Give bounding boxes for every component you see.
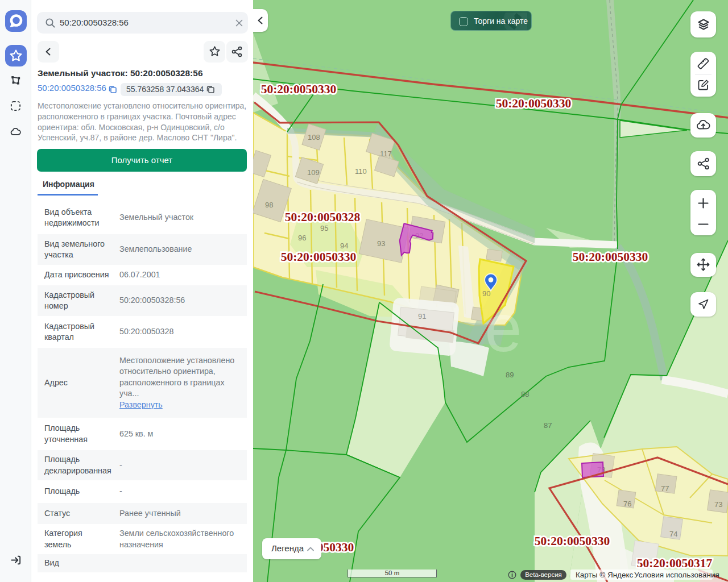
svg-text:110: 110: [355, 167, 367, 176]
svg-text:93: 93: [377, 239, 385, 248]
svg-text:90: 90: [482, 289, 490, 298]
svg-text:e: e: [485, 290, 522, 365]
svg-text:76: 76: [623, 500, 631, 508]
svg-text:96: 96: [298, 234, 306, 242]
svg-text:109: 109: [307, 168, 320, 177]
svg-text:50:20:0050317: 50:20:0050317: [637, 556, 713, 570]
svg-text:98: 98: [265, 201, 273, 209]
svg-text:50:20:0050330: 50:20:0050330: [261, 82, 337, 96]
svg-text:88: 88: [521, 390, 529, 398]
svg-text:117: 117: [380, 149, 392, 158]
svg-text:95: 95: [320, 224, 328, 232]
svg-text:77: 77: [661, 484, 669, 493]
svg-text:108: 108: [308, 133, 320, 142]
svg-text:50:20:0050328: 50:20:0050328: [285, 210, 361, 224]
svg-text:87: 87: [544, 421, 552, 430]
svg-text:94: 94: [340, 242, 348, 250]
svg-text:50:20:0050330: 50:20:0050330: [535, 534, 610, 548]
svg-text:50:20:0050330: 50:20:0050330: [281, 250, 357, 264]
svg-text:89: 89: [506, 371, 514, 379]
svg-text:50:20:0050330: 50:20:0050330: [573, 250, 648, 264]
svg-text:73: 73: [714, 500, 722, 509]
svg-text:50:20:0050330: 50:20:0050330: [496, 97, 572, 110]
svg-text:74: 74: [669, 530, 677, 538]
svg-text:91: 91: [418, 312, 426, 321]
